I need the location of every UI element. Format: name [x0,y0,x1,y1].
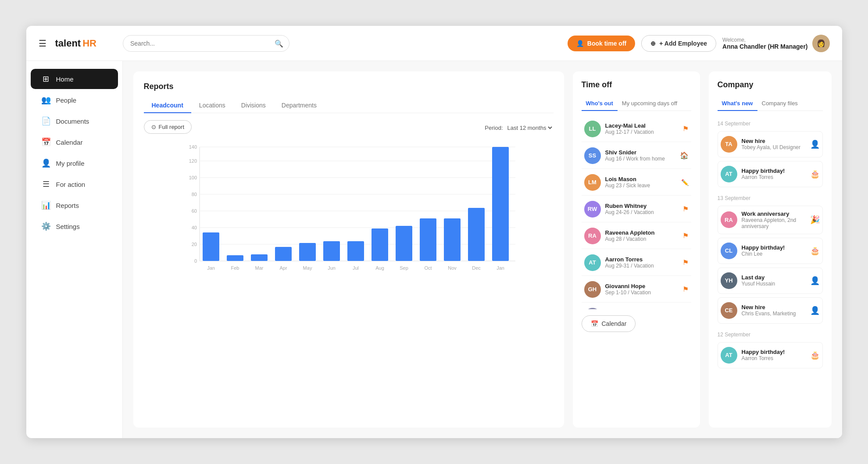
sidebar-item-my-profile[interactable]: 👤My profile [31,153,118,173]
svg-rect-21 [275,247,292,261]
hamburger-menu[interactable]: ☰ [39,38,46,49]
company-info: New hire Tobey Ayala, UI Designer [742,138,806,150]
tab-company-files[interactable]: Company files [757,96,802,111]
search-bar: 🔍 [123,35,289,52]
sidebar-item-people[interactable]: 👥People [31,90,118,110]
timeoff-type-icon: ⚑ [682,232,689,240]
list-item: TA New hire Tobey Ayala, UI Designer 👤 [718,131,823,157]
tab-whos-out[interactable]: Who's out [582,96,618,111]
list-item: RA Work anniversary Raveena Appleton, 2n… [718,206,823,234]
timeoff-date: Aug 24-26 / Vacation [605,209,678,215]
company-sub: Raveena Appleton, 2nd anniversary [742,217,806,229]
reports-section: Reports Headcount Locations Divisions De… [133,71,564,428]
company-info: Happy birthday! Aarron Torres [742,349,806,361]
company-sub: Chin Lee [742,251,806,257]
svg-text:40: 40 [191,225,196,230]
timeoff-type-icon: ⚑ [682,205,689,213]
list-item: AT Happy birthday! Aarron Torres 🎂 [718,161,823,187]
timeoff-type-icon: ✏️ [681,179,689,186]
tab-headcount[interactable]: Headcount [144,98,191,113]
sidebar-item-documents[interactable]: 📄Documents [31,111,118,131]
sidebar-label: People [56,96,77,104]
svg-text:60: 60 [191,208,196,214]
book-time-off-button[interactable]: 👤 Book time off [568,36,635,51]
tab-my-upcoming[interactable]: My upcoming days off [618,96,682,111]
sidebar-label: Documents [56,118,89,125]
svg-text:Nov: Nov [448,265,457,271]
chart-container: 0 20 40 60 80 100 120 140 [144,143,554,283]
svg-text:Jan: Jan [207,265,215,271]
avatar: AT [721,166,737,182]
timeoff-title: Time off [582,80,691,89]
bar-chart: 0 20 40 60 80 100 120 140 [144,143,554,283]
timeoff-name: Lacey-Mai Leal [605,122,678,129]
svg-text:Dec: Dec [472,265,481,271]
welcome-area: Welcome, Anna Chandler (HR Manager) 👩 [722,35,829,52]
people-icon: 👥 [41,95,51,105]
list-item: SS Shiv Snider Aug 16 / Work from home 🏠 [582,143,691,169]
period-label: Period: [485,125,503,131]
main-content: Reports Headcount Locations Divisions De… [123,61,842,438]
list-item: AT Happy birthday! Aarron Torres 🎂 [718,342,823,368]
sidebar-item-home[interactable]: ⊞Home [31,69,118,89]
sidebar-label: For action [56,181,86,188]
company-date: 12 September [718,332,823,338]
birthday-icon: 🎂 [810,350,820,360]
my-profile-icon: 👤 [41,158,51,168]
list-item: CL Happy birthday! Chin Lee 🎂 [718,238,823,264]
avatar: CL [721,243,737,259]
list-item: MH Mike Hills Sep 15 / Vacation ⚑ [582,303,691,309]
add-employee-button[interactable]: ⊕ + Add Employee [641,35,716,52]
welcome-text: Welcome, [722,37,807,43]
calendar-button[interactable]: 📅 Calendar [582,315,636,332]
sidebar-label: Home [56,75,74,83]
sidebar-item-for-action[interactable]: ☰For action [31,174,118,194]
top-actions: 👤 Book time off ⊕ + Add Employee Welcome… [568,35,830,52]
svg-text:Feb: Feb [231,265,239,271]
last-day-icon: 👤 [810,276,820,286]
report-tabs: Headcount Locations Divisions Department… [144,98,554,113]
timeoff-info: Lois Mason Aug 23 / Sick leave [605,176,677,189]
company-info: Work anniversary Raveena Appleton, 2nd a… [742,211,806,229]
svg-text:Jul: Jul [352,265,358,271]
list-item: GH Giovanni Hope Sep 1-10 / Vacation ⚑ [582,277,691,303]
list-item: YH Last day Yusuf Hussain 👤 [718,268,823,294]
add-icon: ⊕ [650,40,656,47]
full-report-button[interactable]: ⊙ Full report [144,120,192,134]
avatar: LL [584,121,601,137]
sidebar-item-calendar[interactable]: 📅Calendar [31,132,118,152]
home-icon: ⊞ [41,74,51,84]
timeoff-section: Time off Who's out My upcoming days off … [573,71,700,428]
company-event: Happy birthday! [742,244,806,251]
company-event: New hire [742,304,806,311]
list-item: RA Raveena Appleton Aug 28 / Vacation ⚑ [582,223,691,249]
timeoff-info: Ruben Whitney Aug 24-26 / Vacation [605,203,678,215]
svg-rect-23 [323,241,340,261]
svg-rect-25 [371,228,388,261]
svg-rect-28 [444,218,461,261]
svg-text:0: 0 [194,258,196,264]
sidebar-item-reports[interactable]: 📊Reports [31,195,118,215]
tab-divisions[interactable]: Divisions [233,98,274,113]
company-event: Happy birthday! [742,349,806,355]
avatar: AT [584,254,601,271]
search-input[interactable] [123,35,289,52]
svg-text:Jun: Jun [328,265,336,271]
sidebar-item-settings[interactable]: ⚙️Settings [31,216,118,236]
avatar: RA [721,211,737,228]
timeoff-date: Sep 1-10 / Vacation [605,289,678,296]
period-dropdown[interactable]: Last 12 months Last 6 months This year [506,124,554,132]
tab-whats-new[interactable]: What's new [718,96,757,111]
company-date: 13 September [718,195,823,201]
svg-text:140: 140 [189,144,196,150]
avatar: YH [721,272,737,289]
tab-departments[interactable]: Departments [274,98,325,113]
list-item: LL Lacey-Mai Leal Aug 12-17 / Vacation ⚑ [582,116,691,142]
svg-text:Oct: Oct [424,265,432,271]
timeoff-type-icon: ⚑ [682,125,689,133]
tab-locations[interactable]: Locations [191,98,233,113]
company-sub: Chris Evans, Marketing [742,311,806,317]
for-action-icon: ☰ [41,179,51,189]
svg-text:Aug: Aug [375,265,384,271]
list-item: LM Lois Mason Aug 23 / Sick leave ✏️ [582,170,691,196]
